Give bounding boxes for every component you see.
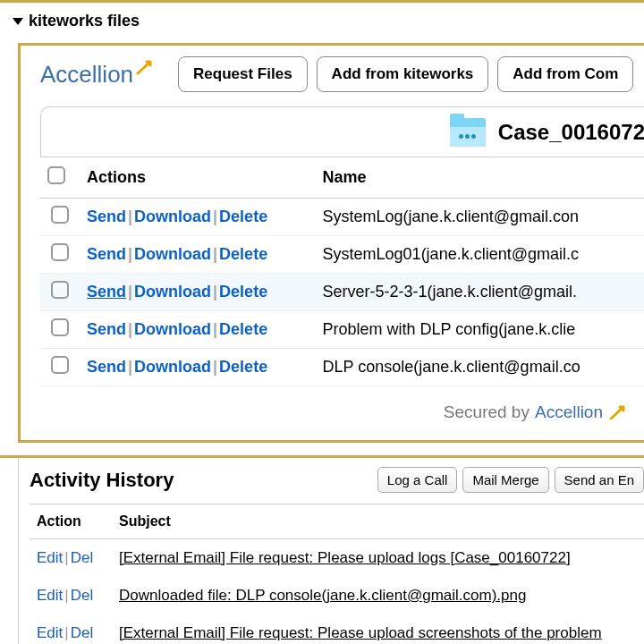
send-link[interactable]: Send [87, 320, 126, 338]
table-row: Send|Download|DeleteSystemLog01(jane.k.c… [40, 236, 644, 274]
history-subject[interactable]: [External Email] File request: Please up… [119, 624, 602, 641]
history-row: Edit|Del[External Email] File request: P… [30, 614, 644, 644]
add-from-kiteworks-button[interactable]: Add from kiteworks [317, 56, 489, 92]
activity-history-title: Activity History [30, 469, 372, 492]
accellion-arrow-icon [135, 57, 155, 77]
delete-link[interactable]: Delete [219, 320, 267, 338]
col-actions: Actions [80, 157, 316, 199]
delete-link[interactable]: Delete [219, 208, 267, 225]
file-name[interactable]: Problem with DLP config(jane.k.clie [316, 311, 644, 349]
table-row: Send|Download|DeleteSystemLog(jane.k.cli… [40, 199, 644, 236]
history-row: Edit|DelDownloaded file: DLP console(jan… [30, 577, 644, 614]
row-checkbox[interactable] [51, 356, 69, 374]
send-link[interactable]: Send [87, 208, 126, 225]
accellion-arrow-icon [608, 402, 628, 422]
edit-link[interactable]: Edit [37, 587, 63, 604]
delete-link[interactable]: Delete [219, 245, 267, 263]
history-row: Edit|Del[External Email] File request: P… [30, 539, 644, 578]
send-link[interactable]: Send [87, 245, 126, 263]
accellion-logo: Accellion [40, 61, 153, 89]
section-header[interactable]: kiteworks files [0, 3, 644, 43]
send-link[interactable]: Send [87, 283, 126, 301]
send-email-button[interactable]: Send an En [555, 467, 644, 493]
folder-name[interactable]: Case_0016072 [498, 120, 644, 145]
row-checkbox[interactable] [51, 243, 69, 261]
edit-link[interactable]: Edit [37, 624, 63, 641]
log-a-call-button[interactable]: Log a Call [377, 467, 458, 493]
history-subject[interactable]: Downloaded file: DLP console(jane.k.clie… [119, 587, 526, 604]
files-table: Actions Name Send|Download|DeleteSystemL… [40, 157, 644, 386]
delete-link[interactable]: Delete [219, 358, 267, 376]
download-link[interactable]: Download [134, 320, 211, 338]
download-link[interactable]: Download [134, 358, 211, 376]
activity-history-panel: Activity History Log a Call Mail Merge S… [18, 458, 644, 644]
request-files-button[interactable]: Request Files [178, 56, 308, 92]
download-link[interactable]: Download [134, 283, 211, 301]
row-checkbox[interactable] [51, 281, 69, 299]
row-checkbox[interactable] [51, 206, 69, 224]
file-name[interactable]: SystemLog01(jane.k.client@gmail.c [316, 236, 644, 274]
file-name[interactable]: Server-5-2-3-1(jane.k.client@gmail. [316, 274, 644, 311]
send-link[interactable]: Send [87, 358, 126, 376]
edit-link[interactable]: Edit [37, 549, 63, 566]
table-row: Send|Download|DeleteServer-5-2-3-1(jane.… [40, 274, 644, 311]
mail-merge-button[interactable]: Mail Merge [462, 467, 548, 493]
section-title-text: kiteworks files [29, 12, 140, 30]
shared-folder-icon [450, 118, 486, 147]
folder-breadcrumb: Case_0016072 [40, 106, 644, 157]
col-name: Name [316, 157, 644, 199]
add-from-computer-button[interactable]: Add from Com [497, 56, 633, 92]
select-all-checkbox[interactable] [47, 166, 65, 184]
history-table: Action Subject Edit|Del[External Email] … [30, 504, 644, 644]
file-name[interactable]: DLP console(jane.k.client@gmail.co [316, 349, 644, 386]
col-subject: Subject [112, 504, 644, 539]
table-row: Send|Download|DeleteDLP console(jane.k.c… [40, 349, 644, 386]
download-link[interactable]: Download [134, 245, 211, 263]
collapse-triangle-icon[interactable] [13, 18, 23, 25]
toolbar: Accellion Request Files Add from kitewor… [40, 56, 644, 92]
file-name[interactable]: SystemLog(jane.k.client@gmail.con [316, 199, 644, 236]
delete-link[interactable]: Delete [219, 283, 267, 301]
del-link[interactable]: Del [71, 624, 94, 641]
files-panel: Accellion Request Files Add from kitewor… [18, 43, 644, 443]
secured-by-footer: Secured by Accellion [40, 386, 644, 426]
col-action: Action [30, 504, 112, 539]
download-link[interactable]: Download [134, 208, 211, 225]
table-row: Send|Download|DeleteProblem with DLP con… [40, 311, 644, 349]
history-subject[interactable]: [External Email] File request: Please up… [119, 549, 571, 566]
row-checkbox[interactable] [51, 318, 69, 336]
del-link[interactable]: Del [71, 587, 94, 604]
del-link[interactable]: Del [71, 549, 94, 566]
